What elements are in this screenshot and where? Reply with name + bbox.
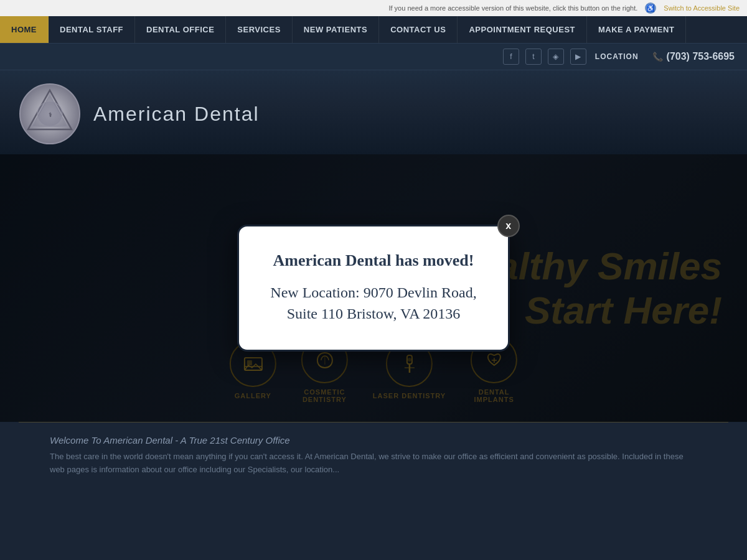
accessibility-bar: If you need a more accessible version of… [0,0,747,16]
nav-appointment-request[interactable]: APPOINTMENT REQUEST [458,16,587,43]
logo-svg: ⚕ [19,83,81,145]
nav-services[interactable]: SERVICES [226,16,293,43]
social-bar: f t ◈ ▶ LOCATION 📞 (703) 753-6695 [0,43,747,70]
switch-accessible-link[interactable]: Switch to Accessible Site [664,4,740,12]
modal-close-button[interactable]: x [497,215,520,237]
modal-container: x American Dental has moved! New Locatio… [237,225,509,351]
nav-dental-office[interactable]: DENTAL OFFICE [135,16,226,43]
modal-box: American Dental has moved! New Location:… [237,225,509,351]
facebook-icon[interactable]: f [503,49,519,65]
location-link[interactable]: LOCATION [595,52,639,61]
phone-icon: 📞 [652,52,663,62]
rss-icon[interactable]: ◈ [548,49,564,65]
phone-number: (703) 753-6695 [667,51,735,62]
header-section: ⚕ American Dental [0,70,747,154]
modal-title: American Dental has moved! [270,251,476,270]
twitter-icon[interactable]: t [525,49,542,65]
modal-address-line1: New Location: 9070 Devlin Road, [270,284,476,301]
accessible-icon: ♿ [645,2,656,14]
welcome-title: Welcome To American Dental - A True 21st… [50,435,697,446]
modal-address: New Location: 9070 Devlin Road, Suite 11… [270,282,476,324]
modal-overlay: x American Dental has moved! New Locatio… [0,154,747,422]
nav-dental-staff[interactable]: DENTAL STAFF [49,16,135,43]
welcome-section: Welcome To American Dental - A True 21st… [0,422,747,489]
nav-new-patients[interactable]: NEW PATIENTS [293,16,379,43]
welcome-text: The best care in the world doesn't mean … [50,450,697,477]
main-nav: HOME DENTAL STAFF DENTAL OFFICE SERVICES… [0,16,747,43]
logo-container: ⚕ [19,83,81,145]
accessibility-notice: If you need a more accessible version of… [388,4,637,12]
phone-section: 📞 (703) 753-6695 [652,51,735,62]
nav-make-payment[interactable]: MAKE A PAYMENT [587,16,686,43]
nav-home[interactable]: HOME [0,16,49,43]
modal-address-line2: Suite 110 Bristow, VA 20136 [287,306,461,322]
youtube-icon[interactable]: ▶ [570,49,586,65]
nav-contact-us[interactable]: CONTACT US [379,16,458,43]
site-title: American Dental [93,103,260,126]
